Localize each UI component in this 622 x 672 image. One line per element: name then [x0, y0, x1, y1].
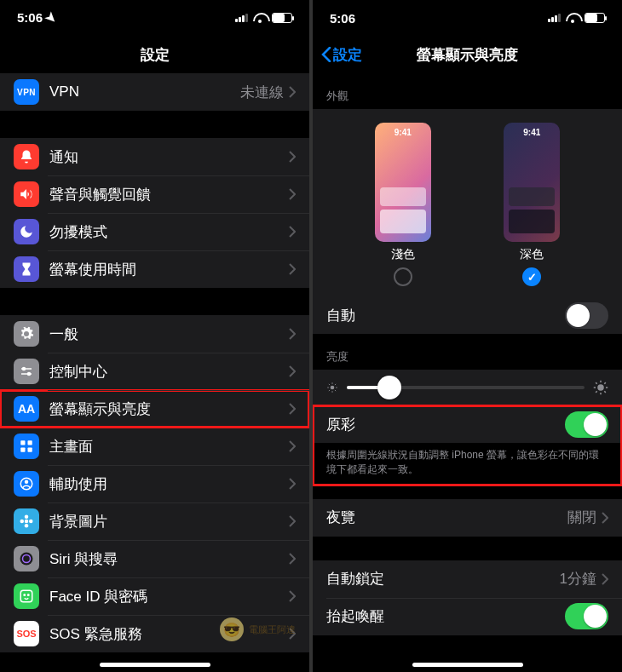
- home-indicator[interactable]: [412, 663, 523, 667]
- row-label: Face ID 與密碼: [49, 587, 289, 606]
- chevron-right-icon: [289, 328, 296, 340]
- bell-icon: [14, 144, 39, 169]
- brightness-slider[interactable]: [347, 386, 585, 389]
- svg-point-10: [25, 520, 29, 524]
- truetone-toggle[interactable]: [565, 411, 608, 438]
- svg-line-36: [596, 391, 597, 393]
- row-label: 輔助使用: [49, 474, 289, 494]
- appearance-header: 外觀: [313, 73, 622, 109]
- home-indicator[interactable]: [100, 663, 210, 667]
- back-button[interactable]: 設定: [321, 45, 362, 65]
- grid-icon: [14, 434, 39, 459]
- row-siri[interactable]: Siri 與搜尋: [0, 540, 309, 577]
- svg-point-3: [28, 373, 31, 376]
- brightness-row: [313, 370, 622, 405]
- brightness-header: 亮度: [313, 334, 622, 370]
- row-general[interactable]: 一般: [0, 315, 309, 353]
- light-radio[interactable]: [394, 267, 412, 286]
- row-access[interactable]: 輔助使用: [0, 465, 309, 503]
- svg-rect-7: [28, 448, 32, 452]
- row-label: Siri 與搜尋: [49, 549, 289, 569]
- row-vpn[interactable]: VPN VPN 未連線: [0, 73, 309, 111]
- dark-radio[interactable]: [522, 267, 541, 286]
- wifi-icon: [253, 13, 267, 23]
- cellular-icon: [548, 14, 561, 22]
- svg-line-35: [604, 391, 606, 393]
- svg-rect-5: [28, 440, 32, 445]
- chevron-right-icon: [289, 226, 296, 238]
- svg-point-11: [25, 515, 29, 520]
- chevron-right-icon: [289, 403, 296, 415]
- sun-small-icon: [326, 382, 338, 393]
- row-label: 通知: [49, 147, 289, 167]
- svg-point-12: [25, 524, 29, 528]
- truetone-desc: 根據周圍光線狀況自動調整 iPhone 螢幕，讓色彩在不同的環境下都看起來一致。: [313, 443, 622, 485]
- status-time: 5:06➤: [17, 10, 57, 26]
- row-auto[interactable]: 自動: [313, 296, 622, 334]
- row-night-shift[interactable]: 夜覽 關閉: [313, 499, 622, 537]
- row-raise-to-wake[interactable]: 抬起喚醒: [313, 598, 622, 635]
- row-label: VPN: [49, 83, 240, 101]
- battery-icon: [272, 13, 292, 23]
- moon-icon: [14, 219, 39, 244]
- row-sound[interactable]: 聲音與觸覺回饋: [0, 175, 309, 213]
- svg-point-20: [331, 386, 335, 390]
- settings-screen: 5:06➤ 設定 VPN VPN 未連線 通知聲音與觸覺回饋勿擾模式螢幕使用時間…: [0, 0, 309, 672]
- light-label: 淺色: [391, 247, 415, 262]
- svg-point-9: [25, 480, 29, 485]
- truetone-highlight: 原彩 根據周圍光線狀況自動調整 iPhone 螢幕，讓色彩在不同的環境下都看起來…: [313, 405, 622, 485]
- sos-icon: SOS: [14, 621, 39, 646]
- row-label: 一般: [49, 325, 289, 344]
- status-time: 5:06: [330, 11, 355, 26]
- navbar: 設定 螢幕顯示與亮度: [313, 36, 622, 73]
- light-preview-icon: 9:41: [375, 123, 431, 242]
- svg-line-25: [329, 384, 330, 385]
- raise-toggle[interactable]: [565, 603, 608, 629]
- speaker-icon: [14, 181, 39, 207]
- vpn-icon: VPN: [14, 79, 39, 105]
- svg-line-34: [596, 382, 597, 384]
- hourglass-icon: [14, 256, 39, 282]
- svg-rect-6: [20, 448, 25, 452]
- svg-point-14: [29, 520, 33, 524]
- appearance-light[interactable]: 9:41 淺色: [375, 123, 431, 286]
- location-icon: ➤: [43, 9, 61, 27]
- row-truetone[interactable]: 原彩: [313, 405, 622, 443]
- row-dnd[interactable]: 勿擾模式: [0, 213, 309, 250]
- row-label: 螢幕顯示與亮度: [49, 399, 289, 419]
- svg-rect-17: [20, 590, 32, 602]
- row-detail: 未連線: [240, 83, 284, 102]
- chevron-right-icon: [289, 590, 296, 602]
- gear-icon: [14, 321, 39, 347]
- svg-point-13: [20, 520, 25, 524]
- row-label: 螢幕使用時間: [49, 260, 289, 279]
- chevron-right-icon: [289, 263, 296, 275]
- siri-icon: [14, 546, 39, 571]
- row-wall[interactable]: 背景圖片: [0, 503, 309, 540]
- svg-line-28: [335, 384, 336, 385]
- row-screentime[interactable]: 螢幕使用時間: [0, 250, 309, 288]
- row-control[interactable]: 控制中心: [0, 353, 309, 390]
- display-settings-screen: 5:06 設定 螢幕顯示與亮度 外觀 9:41: [313, 0, 622, 672]
- cellular-icon: [235, 14, 248, 22]
- row-home[interactable]: 主畫面: [0, 428, 309, 465]
- row-display[interactable]: AA螢幕顯示與亮度: [0, 390, 309, 428]
- flower-icon: [14, 508, 39, 534]
- switches-icon: [14, 359, 39, 384]
- face-icon: [14, 583, 39, 609]
- status-bar: 5:06➤: [0, 0, 309, 36]
- row-auto-lock[interactable]: 自動鎖定 1分鐘: [313, 560, 622, 598]
- appearance-dark[interactable]: 9:41 深色: [504, 123, 560, 286]
- row-faceid[interactable]: Face ID 與密碼: [0, 577, 309, 615]
- chevron-right-icon: [289, 553, 296, 565]
- person-icon: [14, 471, 39, 497]
- chevron-right-icon: [289, 515, 296, 527]
- battery-icon: [585, 13, 605, 23]
- wifi-icon: [566, 13, 579, 23]
- svg-line-37: [604, 382, 606, 384]
- auto-toggle[interactable]: [565, 302, 608, 329]
- watermark: 😎電腦王阿達: [220, 617, 296, 641]
- row-notif[interactable]: 通知: [0, 138, 309, 175]
- chevron-right-icon: [289, 440, 296, 452]
- row-label: 聲音與觸覺回饋: [49, 185, 289, 204]
